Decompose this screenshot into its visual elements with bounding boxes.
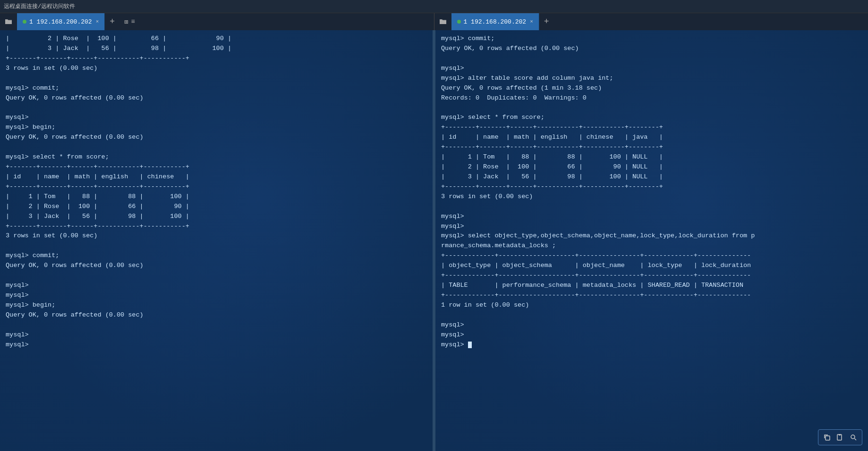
right-tab-close[interactable]: × xyxy=(530,19,533,25)
left-tab-add[interactable]: + xyxy=(105,13,119,30)
right-terminal-pane[interactable]: mysql> commit; Query OK, 0 rows affected… xyxy=(435,30,868,451)
left-tab-close[interactable]: × xyxy=(96,19,99,25)
right-folder-icon xyxy=(434,13,451,30)
search-icon[interactable] xyxy=(848,432,859,443)
menu-icon[interactable]: ≡ xyxy=(131,18,135,25)
right-tab-label: 1 192.168.200.202 xyxy=(464,18,527,25)
main-content: | 2 | Rose | 100 | 66 | 90 | | 3 | Jack … xyxy=(0,30,868,451)
right-tab[interactable]: 1 192.168.200.202 × xyxy=(451,13,539,30)
left-terminal-content: | 2 | Rose | 100 | 66 | 90 | | 3 | Jack … xyxy=(6,34,427,350)
svg-point-2 xyxy=(851,435,855,439)
right-tab-dot xyxy=(457,20,461,24)
title-bar: 远程桌面连接/远程访问软件 xyxy=(0,0,868,13)
left-terminal-pane[interactable]: | 2 | Rose | 100 | 66 | 90 | | 3 | Jack … xyxy=(0,30,434,451)
left-tab[interactable]: 1 192.168.200.202 × xyxy=(17,13,105,30)
left-tab-actions: ⊞ ≡ xyxy=(119,13,140,30)
left-tab-bar: 1 192.168.200.202 × + ⊞ ≡ xyxy=(0,13,434,30)
cursor xyxy=(468,342,472,348)
left-folder-icon xyxy=(0,13,17,30)
paste-icon[interactable] xyxy=(834,432,846,443)
right-terminal-content: mysql> commit; Query OK, 0 rows affected… xyxy=(441,34,862,350)
copy-icon[interactable] xyxy=(821,432,833,443)
title-label: 远程桌面连接/远程访问软件 xyxy=(4,2,75,10)
right-tab-add[interactable]: + xyxy=(539,13,554,30)
grid-icon[interactable]: ⊞ xyxy=(124,18,128,26)
svg-line-3 xyxy=(855,439,857,441)
right-tab-bar: 1 192.168.200.202 × + xyxy=(434,13,868,30)
left-tab-dot xyxy=(23,20,26,24)
right-toolbar xyxy=(818,429,862,445)
tabs-container: 1 192.168.200.202 × + ⊞ ≡ 1 192.168.200.… xyxy=(0,13,868,30)
left-tab-label: 1 192.168.200.202 xyxy=(29,18,92,25)
svg-rect-0 xyxy=(825,436,830,440)
